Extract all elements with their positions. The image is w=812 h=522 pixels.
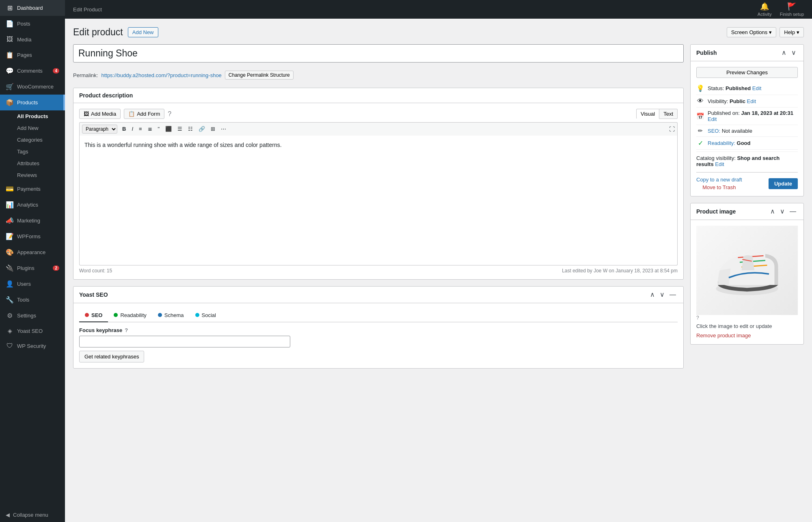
add-form-label: Add Form xyxy=(137,111,160,117)
sidebar-item-posts[interactable]: 📄 Posts xyxy=(0,16,65,32)
yoast-tab-schema[interactable]: Schema xyxy=(152,309,190,322)
sidebar-item-comments[interactable]: 💬 Comments 4 xyxy=(0,63,65,79)
numbered-list-button[interactable]: ≣ xyxy=(145,124,155,134)
add-form-icon: 📋 xyxy=(128,111,135,117)
align-center-button[interactable]: ☰ xyxy=(175,124,185,134)
table-button[interactable]: ⊞ xyxy=(208,124,218,134)
submenu-add-new[interactable]: Add New xyxy=(0,122,65,134)
published-edit-link[interactable]: Edit xyxy=(708,116,717,122)
editor-content[interactable]: This is a wonderful running shoe with a … xyxy=(79,136,678,265)
sidebar-item-tools[interactable]: 🔧 Tools xyxy=(0,292,65,308)
seo-link[interactable]: SEO: xyxy=(708,128,720,134)
move-trash-button[interactable]: Move to Trash xyxy=(696,184,742,190)
sidebar-item-media[interactable]: 🖼 Media xyxy=(0,32,65,47)
yoast-minimize[interactable]: — xyxy=(668,291,678,299)
product-image-container[interactable] xyxy=(696,226,798,315)
social-tab-indicator xyxy=(195,313,199,317)
permalink-link[interactable]: https://buddy.a2hosted.com/?product=runn… xyxy=(101,72,221,78)
publish-collapse-up[interactable]: ∧ xyxy=(780,49,788,57)
add-new-button[interactable]: Add New xyxy=(128,27,158,37)
yoast-tab-readability[interactable]: Readability xyxy=(108,309,152,322)
finish-setup-button[interactable]: 🚩 Finish setup xyxy=(780,2,804,17)
sidebar-item-pages[interactable]: 📋 Pages xyxy=(0,47,65,63)
sidebar-item-woocommerce[interactable]: 🛒 WooCommerce xyxy=(0,79,65,95)
help-button[interactable]: Help ▾ xyxy=(780,27,804,37)
italic-button[interactable]: I xyxy=(129,124,136,134)
yoast-panel-body: SEO Readability Schema xyxy=(73,303,683,368)
sidebar-item-appearance[interactable]: 🎨 Appearance xyxy=(0,244,65,260)
blockquote-button[interactable]: " xyxy=(155,124,162,134)
edit-main: Permalink: https://buddy.a2hosted.com/?p… xyxy=(73,44,684,369)
readability-link[interactable]: Readability: xyxy=(708,140,735,146)
editor-help-icon[interactable]: ? xyxy=(168,110,171,118)
sidebar-item-label: Products xyxy=(17,99,38,106)
activity-button[interactable]: 🔔 Activity xyxy=(758,2,772,17)
align-right-button[interactable]: ☷ xyxy=(186,124,195,134)
more-button[interactable]: ⋯ xyxy=(218,124,229,134)
catalog-visibility-edit-link[interactable]: Edit xyxy=(715,161,724,167)
expand-button[interactable]: ⛶ xyxy=(669,126,675,132)
sidebar-item-plugins[interactable]: 🔌 Plugins 2 xyxy=(0,260,65,276)
yoast-tab-social[interactable]: Social xyxy=(190,309,222,322)
text-tab[interactable]: Text xyxy=(659,109,678,119)
yoast-collapse-up[interactable]: ∧ xyxy=(648,291,657,299)
product-image-minimize[interactable]: — xyxy=(788,207,798,216)
sidebar-item-marketing[interactable]: 📣 Marketing xyxy=(0,213,65,229)
sidebar-item-wpforms[interactable]: 📝 WPForms xyxy=(0,229,65,244)
sidebar-item-dashboard[interactable]: ⊞ Dashboard xyxy=(0,0,65,16)
screen-options-label: Screen Options xyxy=(731,29,768,35)
editor-text: This is a wonderful running shoe with a … xyxy=(84,142,282,148)
comments-icon: 💬 xyxy=(6,67,14,75)
add-media-button[interactable]: 🖼 Add Media xyxy=(79,109,121,119)
screen-options-button[interactable]: Screen Options ▾ xyxy=(727,27,777,37)
add-form-button[interactable]: 📋 Add Form xyxy=(124,109,164,119)
visibility-edit-link[interactable]: Edit xyxy=(747,98,756,104)
sidebar-item-products[interactable]: 📦 Products xyxy=(0,95,65,110)
change-permalink-button[interactable]: Change Permalink Structure xyxy=(225,71,294,80)
description-panel-title: Product description xyxy=(79,92,133,99)
screen-options-area: Screen Options ▾ Help ▾ xyxy=(727,27,804,37)
description-panel-header: Product description xyxy=(73,88,683,103)
sidebar-item-payments[interactable]: 💳 Payments xyxy=(0,181,65,197)
sidebar-item-wp-security[interactable]: 🛡 WP Security xyxy=(0,338,65,354)
sidebar-item-analytics[interactable]: 📊 Analytics xyxy=(0,197,65,213)
submenu-categories[interactable]: Categories xyxy=(0,134,65,146)
get-keyphrases-button[interactable]: Get related keyphrases xyxy=(79,351,144,362)
main-area: Edit Product 🔔 Activity 🚩 Finish setup E… xyxy=(65,0,812,522)
sidebar-item-settings[interactable]: ⚙ Settings xyxy=(0,308,65,324)
copy-draft-button[interactable]: Copy to a new draft xyxy=(696,177,742,183)
permalink-label: Permalink: xyxy=(73,72,98,78)
publish-panel: Publish ∧ ∨ Preview Changes 💡 Status: xyxy=(690,44,804,196)
align-left-button[interactable]: ⬛ xyxy=(163,124,174,134)
focus-keyphrase-input[interactable] xyxy=(79,336,290,347)
bold-button[interactable]: B xyxy=(120,124,128,134)
product-image-collapse-up[interactable]: ∧ xyxy=(769,207,777,216)
wpforms-icon: 📝 xyxy=(6,233,14,240)
product-image-collapse-down[interactable]: ∨ xyxy=(778,207,786,216)
bullet-list-button[interactable]: ≡ xyxy=(136,124,145,134)
sidebar-item-users[interactable]: 👤 Users xyxy=(0,276,65,292)
social-tab-label: Social xyxy=(202,312,216,318)
status-edit-link[interactable]: Edit xyxy=(752,85,761,91)
sidebar-item-label: Settings xyxy=(17,313,36,319)
update-button[interactable]: Update xyxy=(769,178,798,189)
submenu-all-products[interactable]: All Products xyxy=(0,110,65,122)
yoast-tab-seo[interactable]: SEO xyxy=(79,309,108,322)
publish-collapse-down[interactable]: ∨ xyxy=(790,49,798,57)
product-title-input[interactable] xyxy=(73,44,684,63)
focus-keyphrase-help-icon[interactable]: ? xyxy=(125,327,128,333)
word-count: Word count: 15 xyxy=(79,268,112,274)
yoast-collapse-down[interactable]: ∨ xyxy=(658,291,666,299)
submenu-tags[interactable]: Tags xyxy=(0,146,65,157)
link-button[interactable]: 🔗 xyxy=(196,124,207,134)
remove-product-image-button[interactable]: Remove product image xyxy=(696,332,751,339)
submenu-reviews[interactable]: Reviews xyxy=(0,169,65,181)
submenu-attributes[interactable]: Attributes xyxy=(0,157,65,169)
collapse-menu[interactable]: ◀ Collapse menu xyxy=(0,508,65,522)
format-select[interactable]: Paragraph xyxy=(82,125,117,134)
preview-changes-button[interactable]: Preview Changes xyxy=(696,67,798,78)
sidebar-item-yoast-seo[interactable]: ◈ Yoast SEO xyxy=(0,324,65,338)
visual-tab[interactable]: Visual xyxy=(636,109,659,119)
yoast-icon: ◈ xyxy=(6,328,14,334)
yoast-panel-controls: ∧ ∨ — xyxy=(648,291,678,299)
